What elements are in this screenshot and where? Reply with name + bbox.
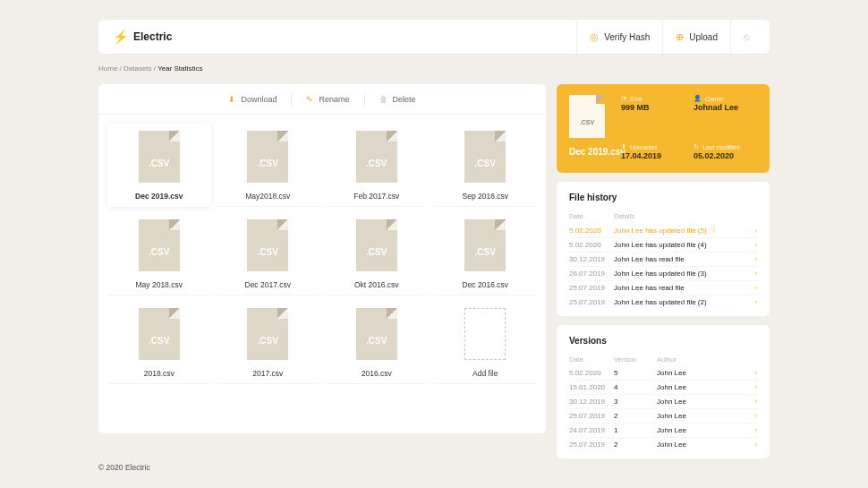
file-name: Dec 2017.csv xyxy=(245,280,292,289)
footer-copyright: © 2020 Electric xyxy=(98,463,150,472)
history-details: John Lee has updated file (2) xyxy=(614,298,748,306)
file-name: 2018.csv xyxy=(144,369,174,378)
history-date: 5.02.2020 xyxy=(569,227,614,235)
rename-button[interactable]: ✎ Rename xyxy=(292,95,363,104)
history-row[interactable]: 26.07.2019John Lee has updated file (3)› xyxy=(569,266,757,280)
file-item[interactable]: 2017.csv xyxy=(217,301,320,384)
file-item[interactable]: Dec 2019.csv xyxy=(107,124,211,207)
version-date: 15.01.2020 xyxy=(569,383,614,391)
file-item[interactable]: May 2018.csv xyxy=(107,212,211,295)
file-name: 2017.csv xyxy=(252,369,283,378)
exit-button[interactable]: ⎋ xyxy=(730,20,755,54)
chevron-right-icon: › xyxy=(748,255,757,263)
file-name: May 2018.csv xyxy=(136,280,183,289)
version-row[interactable]: 5.02.20205John Lee› xyxy=(569,366,757,380)
history-row[interactable]: 25.07.2019John Lee has read file› xyxy=(569,280,757,295)
upload-button[interactable]: ⊕ Upload xyxy=(662,20,730,54)
breadcrumb-item[interactable]: Home xyxy=(98,64,117,73)
version-number: 1 xyxy=(614,426,657,434)
version-row[interactable]: 30.12.20193John Lee› xyxy=(569,394,757,408)
history-row[interactable]: 5.02.2020John Lee has updated file (4)› xyxy=(569,237,757,252)
history-details: John Lee has updated file (3) xyxy=(614,270,748,278)
version-author: John Lee xyxy=(657,398,748,406)
history-details: John Lee has updated file (5)☟ xyxy=(614,226,748,235)
chevron-right-icon: › xyxy=(748,441,757,449)
file-item[interactable]: Feb 2017.csv xyxy=(325,124,429,207)
panel-title: Versions xyxy=(569,336,757,346)
meta-size: ◔Size 999 MB xyxy=(621,95,685,138)
file-item[interactable]: 2016.csv xyxy=(325,301,429,384)
chevron-right-icon: › xyxy=(748,426,757,434)
chevron-right-icon: › xyxy=(748,412,757,420)
version-row[interactable]: 25.07.20192John Lee› xyxy=(569,408,757,423)
version-row[interactable]: 24.07.20191John Lee› xyxy=(569,423,757,437)
chevron-right-icon: › xyxy=(748,369,757,377)
version-date: 5.02.2020 xyxy=(569,369,614,377)
clock-icon: ↻ xyxy=(694,143,699,150)
csv-file-icon xyxy=(464,219,506,271)
file-item[interactable]: Dec 2017.csv xyxy=(217,212,320,295)
csv-file-icon xyxy=(464,131,506,183)
meta-owner: 👤Owner Johnad Lee xyxy=(694,95,757,138)
exit-icon: ⎋ xyxy=(744,31,750,42)
file-name: Sep 2016.csv xyxy=(462,192,508,201)
history-date: 30.12.2019 xyxy=(569,255,614,263)
version-date: 24.07.2019 xyxy=(569,426,614,434)
version-date: 25.07.2019 xyxy=(569,412,614,420)
bolt-icon: ⚡ xyxy=(113,30,128,44)
version-date: 25.07.2019 xyxy=(569,441,614,449)
upload-icon: ⊕ xyxy=(676,31,684,43)
version-number: 2 xyxy=(614,441,657,449)
csv-file-icon xyxy=(356,308,397,360)
add-icon xyxy=(464,308,506,360)
history-details: John Lee has read file xyxy=(614,284,748,292)
file-browser: ⬇ Download ✎ Rename 🗑 Delete Dec 2019.cs… xyxy=(98,84,546,433)
versions-panel: Versions Date Version Author 5.02.20205J… xyxy=(557,325,770,458)
version-author: John Lee xyxy=(657,383,748,391)
app-name: Electric xyxy=(133,30,172,43)
delete-button[interactable]: 🗑 Delete xyxy=(365,95,430,104)
file-name: 2016.csv xyxy=(362,369,392,378)
download-icon: ⬇ xyxy=(228,95,235,104)
version-row[interactable]: 25.07.20192John Lee› xyxy=(569,437,757,451)
version-author: John Lee xyxy=(657,369,748,377)
side-column: ◔Size 999 MB 👤Owner Johnad Lee Dec 2019.… xyxy=(557,84,770,458)
csv-file-icon xyxy=(247,131,288,183)
verify-hash-button[interactable]: ◎ Verify Hash xyxy=(576,20,662,54)
version-author: John Lee xyxy=(657,441,748,449)
version-author: John Lee xyxy=(657,412,748,420)
csv-file-icon xyxy=(139,308,180,360)
file-item[interactable]: Sep 2016.csv xyxy=(434,124,538,207)
disk-icon: ◔ xyxy=(621,95,626,102)
file-item[interactable]: Okt 2016.csv xyxy=(325,212,429,295)
csv-file-icon xyxy=(356,219,397,271)
version-number: 2 xyxy=(614,412,657,420)
version-row[interactable]: 15.01.20204John Lee› xyxy=(569,380,757,394)
file-item[interactable]: Dec 2016.csv xyxy=(434,212,538,295)
chevron-right-icon: › xyxy=(748,398,757,406)
chevron-right-icon: › xyxy=(748,270,757,278)
history-row[interactable]: 25.07.2019John Lee has updated file (2)› xyxy=(569,295,757,309)
meta-uploaded: ⬆Uploaded 17.04.2019 xyxy=(621,143,685,160)
history-details: John Lee has updated file (4) xyxy=(614,241,748,249)
breadcrumb-item[interactable]: Datasets xyxy=(123,64,152,73)
add-file-button[interactable]: Add file xyxy=(434,301,538,384)
file-item[interactable]: May2018.csv xyxy=(217,124,320,207)
target-icon: ◎ xyxy=(590,31,599,43)
chevron-right-icon: › xyxy=(748,241,757,249)
csv-file-icon xyxy=(569,95,605,138)
version-number: 3 xyxy=(614,398,657,406)
file-item[interactable]: 2018.csv xyxy=(107,301,211,384)
history-row[interactable]: 5.02.2020John Lee has updated file (5)☟› xyxy=(569,223,757,237)
logo[interactable]: ⚡ Electric xyxy=(113,30,172,44)
breadcrumb-item: Year Statistics xyxy=(157,64,202,73)
pencil-icon: ✎ xyxy=(306,95,313,104)
download-button[interactable]: ⬇ Download xyxy=(214,95,291,104)
file-name: Add file xyxy=(472,369,498,378)
file-meta-card: ◔Size 999 MB 👤Owner Johnad Lee Dec 2019.… xyxy=(557,84,770,173)
top-header: ⚡ Electric ◎ Verify Hash ⊕ Upload ⎋ xyxy=(98,20,770,54)
trash-icon: 🗑 xyxy=(379,95,387,104)
history-row[interactable]: 30.12.2019John Lee has read file› xyxy=(569,252,757,266)
version-number: 4 xyxy=(614,383,657,391)
csv-file-icon xyxy=(247,308,288,360)
